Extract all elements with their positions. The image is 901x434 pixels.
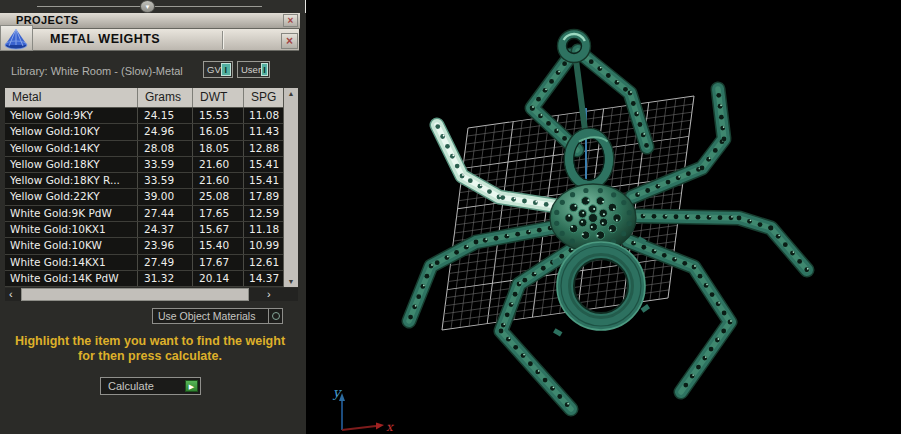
cell-metal: White Gold:9K PdW [5, 206, 138, 221]
use-object-materials-dropdown[interactable]: Use Object Materials [152, 308, 283, 324]
app-window: ▼ PROJECTS × METAL WEIGHTS × Library: Wh… [0, 0, 901, 434]
cell-metal: Yellow Gold:14KY [5, 141, 138, 156]
table-vertical-scrollbar[interactable]: ▲ ▼ [283, 88, 298, 287]
panel-resize-strip: ▼ [0, 0, 306, 13]
cell-spg: 12.59 [244, 206, 283, 221]
cell-dwt: 17.67 [193, 255, 244, 270]
cell-dwt: 20.14 [193, 271, 244, 286]
table-row[interactable]: Yellow Gold:22KY39.0025.0817.89 [5, 189, 283, 205]
cell-grams: 39.00 [138, 189, 193, 204]
user-toggle-button[interactable]: User I [237, 61, 270, 78]
cell-dwt: 15.67 [193, 222, 244, 237]
table-row[interactable]: Yellow Gold:18KY33.5921.6015.41 [5, 157, 283, 173]
cell-dwt: 18.05 [193, 141, 244, 156]
radio-circle-icon [272, 312, 280, 320]
horizontal-scroll-thumb[interactable] [21, 288, 249, 301]
cell-spg: 17.89 [244, 189, 283, 204]
cell-dwt: 17.65 [193, 206, 244, 221]
cell-metal: White Gold:10KX1 [5, 222, 138, 237]
cell-dwt: 16.05 [193, 124, 244, 139]
cell-dwt: 21.60 [193, 157, 244, 172]
viewport-canvas: y x [306, 0, 901, 434]
dropdown-indicator[interactable] [268, 309, 282, 323]
scroll-down-icon[interactable]: ▼ [284, 278, 298, 285]
cell-grams: 31.32 [138, 271, 193, 286]
cell-spg: 11.18 [244, 222, 283, 237]
cell-metal: Yellow Gold:18KY [5, 157, 138, 172]
metal-weights-titlebar[interactable]: METAL WEIGHTS [33, 29, 299, 51]
cell-grams: 27.44 [138, 206, 193, 221]
cell-dwt: 21.60 [193, 173, 244, 188]
projects-close-button[interactable]: × [283, 14, 298, 27]
user-label: User [238, 64, 261, 75]
metal-table-header: Metal Grams DWT SPG [5, 88, 283, 108]
cell-spg: 12.88 [244, 141, 283, 156]
cell-metal: Yellow Gold:9KY [5, 108, 138, 123]
metal-weights-icon [0, 25, 33, 51]
cell-grams: 24.37 [138, 222, 193, 237]
metal-weights-panel: PROJECTS × METAL WEIGHTS × Library: Whit… [0, 13, 306, 434]
slider-knob-icon[interactable]: ▼ [140, 0, 155, 13]
gv-toggle-button[interactable]: GV I [203, 61, 233, 78]
calculate-play-icon: ▶ [185, 380, 198, 392]
cell-spg: 10.99 [244, 238, 283, 253]
instruction-line2: for then press calculate. [0, 349, 300, 364]
cell-grams: 23.96 [138, 238, 193, 253]
instruction-line1: Highlight the item you want to find the … [0, 334, 300, 349]
table-row[interactable]: White Gold:14K PdW31.3220.1414.37 [5, 271, 283, 287]
cell-grams: 24.96 [138, 124, 193, 139]
cell-spg: 12.61 [244, 255, 283, 270]
cell-dwt: 15.40 [193, 238, 244, 253]
cell-spg: 15.41 [244, 157, 283, 172]
gv-indicator: I [221, 63, 231, 76]
cell-metal: White Gold:10KW [5, 238, 138, 253]
axis-indicator-icon: y x [332, 385, 394, 434]
use-object-materials-label: Use Object Materials [153, 310, 268, 322]
table-row[interactable]: Yellow Gold:14KY28.0818.0512.88 [5, 141, 283, 157]
3d-viewport[interactable]: y x [306, 0, 901, 434]
cell-grams: 33.59 [138, 157, 193, 172]
table-row[interactable]: Yellow Gold:18KY R...33.5921.6015.41 [5, 173, 283, 189]
cell-spg: 14.37 [244, 271, 283, 286]
metal-table-body: Yellow Gold:9KY24.1515.5311.08Yellow Gol… [5, 108, 283, 287]
cell-grams: 33.59 [138, 173, 193, 188]
table-row[interactable]: White Gold:14KX127.4917.6712.61 [5, 255, 283, 271]
cell-grams: 27.49 [138, 255, 193, 270]
table-row[interactable]: White Gold:9K PdW27.4417.6512.59 [5, 206, 283, 222]
user-indicator: I [261, 63, 268, 76]
cell-dwt: 15.53 [193, 108, 244, 123]
spider-pendant-model[interactable] [408, 30, 809, 410]
calculate-label: Calculate [101, 380, 185, 392]
cell-metal: Yellow Gold:10KY [5, 124, 138, 139]
table-row[interactable]: Yellow Gold:9KY24.1515.5311.08 [5, 108, 283, 124]
scroll-left-icon[interactable]: ‹ [9, 288, 13, 300]
thorax-dome [550, 184, 636, 252]
column-header-dwt[interactable]: DWT [193, 88, 244, 107]
cell-grams: 24.15 [138, 108, 193, 123]
axis-x-label: x [386, 420, 394, 434]
projects-titlebar[interactable]: PROJECTS [0, 13, 300, 29]
cell-metal: Yellow Gold:22KY [5, 189, 138, 204]
cell-grams: 28.08 [138, 141, 193, 156]
gv-label: GV [204, 64, 221, 75]
instruction-text: Highlight the item you want to find the … [0, 334, 300, 364]
cell-metal: White Gold:14K PdW [5, 271, 138, 286]
scroll-up-icon[interactable]: ▲ [284, 90, 298, 97]
metal-weights-title: METAL WEIGHTS [50, 32, 160, 46]
titlebar-divider [222, 31, 223, 49]
scroll-right-icon[interactable]: › [267, 288, 271, 300]
library-label: Library: White Room - (Slow)-Metal [11, 65, 183, 77]
metal-weights-close-button[interactable]: × [281, 33, 298, 49]
table-horizontal-scrollbar[interactable]: ‹ › [5, 288, 298, 301]
cell-metal: Yellow Gold:18KY R... [5, 173, 138, 188]
table-row[interactable]: White Gold:10KX124.3715.6711.18 [5, 222, 283, 238]
column-header-grams[interactable]: Grams [138, 88, 193, 107]
column-header-spg[interactable]: SPG [244, 88, 283, 107]
table-row[interactable]: White Gold:10KW23.9615.4010.99 [5, 238, 283, 254]
cell-spg: 15.41 [244, 173, 283, 188]
calculate-button[interactable]: Calculate ▶ [100, 377, 201, 395]
cell-spg: 11.08 [244, 108, 283, 123]
cell-spg: 11.43 [244, 124, 283, 139]
column-header-metal[interactable]: Metal [5, 88, 138, 107]
table-row[interactable]: Yellow Gold:10KY24.9616.0511.43 [5, 124, 283, 140]
